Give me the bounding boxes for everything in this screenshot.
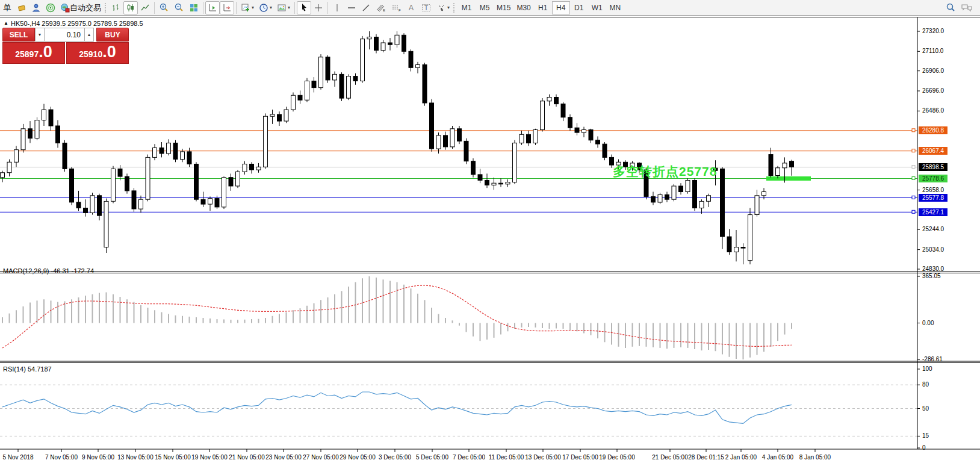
new-chart-button[interactable]: ▾	[238, 1, 256, 14]
new-order-label: 单	[4, 2, 11, 13]
volume-increase-button[interactable]: ▲	[84, 28, 94, 42]
channel-tool-button[interactable]: E	[373, 1, 389, 14]
sell-button[interactable]: SELL	[2, 28, 35, 42]
green-highlight-segment[interactable]	[766, 176, 811, 181]
rsi-axis-label: 15	[922, 432, 929, 439]
fibonacci-tool-button[interactable]: F	[389, 1, 405, 14]
hline-marker[interactable]	[912, 149, 915, 152]
chart-line-button[interactable]	[138, 1, 152, 14]
hline-tool-button[interactable]	[344, 1, 359, 14]
zoom-out-button[interactable]	[172, 1, 187, 14]
profile-icon-button[interactable]	[29, 1, 43, 14]
timeframe-D1[interactable]: D1	[570, 1, 588, 14]
chat-button[interactable]	[958, 1, 975, 14]
time-axis-label: 23 Nov 05:00	[265, 454, 302, 461]
chart-shift-button[interactable]	[220, 1, 234, 14]
price-axis-label: 25034.0	[922, 246, 944, 253]
macd-axis-label: 0.00	[922, 320, 934, 326]
chart-candles-button[interactable]	[123, 1, 138, 14]
price-axis-label: 26906.0	[922, 67, 944, 74]
chart-bars-button[interactable]	[109, 1, 123, 14]
dropdown-caret: ▾	[252, 5, 254, 10]
time-axis-label: 11 Dec 05:00	[489, 454, 524, 461]
equidistant-channel-icon: E	[376, 3, 386, 13]
time-axis-label: 5 Nov 2018	[2, 454, 33, 461]
macd-indicator-label: MACD(12,26,9) -46.31 -172.74	[3, 267, 94, 275]
buy-price-fraction: .0	[102, 43, 116, 61]
dropdown-caret: ▾	[447, 5, 450, 10]
time-axis-label: 13 Nov 05:00	[117, 454, 154, 461]
timeframe-M15[interactable]: M15	[494, 1, 513, 14]
search-icon	[946, 2, 956, 13]
candlestick-icon	[126, 3, 135, 13]
hline-marker[interactable]	[912, 177, 915, 180]
hline-marker[interactable]	[912, 129, 915, 132]
timeframe-MN[interactable]: MN	[606, 1, 624, 14]
autotrade-label: 自动交易	[70, 2, 101, 13]
time-axis-label: 7 Nov 05:00	[45, 454, 78, 461]
time-axis-label: 7 Dec 05:00	[453, 454, 485, 461]
macd-axis-label: -286.61	[922, 356, 943, 362]
templates-button[interactable]: ▾	[274, 1, 293, 14]
time-axis-label: 29 Nov 05:00	[340, 454, 376, 461]
crosshair-tool-button[interactable]	[311, 1, 326, 14]
trendline-tool-button[interactable]	[359, 1, 373, 14]
timeframe-M1[interactable]: M1	[457, 1, 476, 14]
volume-decrease-button[interactable]: ▼	[35, 28, 45, 42]
chart-window: ▲ HK50-,H4 25939.5 25975.0 25789.5 25898…	[0, 17, 980, 466]
volume-input[interactable]	[45, 28, 84, 42]
time-axis-label: 19 Nov 05:00	[191, 454, 228, 461]
auto-scroll-button[interactable]	[205, 1, 220, 14]
buy-button[interactable]: BUY	[96, 28, 129, 42]
ohlc-bars-icon	[111, 3, 121, 13]
rsi-indicator-label: RSI(14) 54.7187	[3, 365, 52, 373]
chart-canvas[interactable]	[0, 17, 980, 466]
hline-marker[interactable]	[912, 196, 915, 199]
one-click-trade-panel: SELL ▼ ▲ BUY 25897 .0 25910 .0	[2, 28, 129, 64]
time-axis-label: 4 Jan 05:00	[762, 454, 793, 461]
price-axis-label: 27110.0	[922, 48, 943, 54]
timeframe-M30[interactable]: M30	[513, 1, 533, 14]
price-axis-label: 25658.0	[922, 187, 944, 193]
rsi-axis-label: 50	[922, 405, 929, 412]
time-axis-label: 21 Nov 05:00	[229, 454, 265, 461]
hline-marker[interactable]	[912, 166, 915, 169]
periods-button[interactable]: ▾	[256, 1, 274, 14]
timeframe-W1[interactable]: W1	[588, 1, 606, 14]
hline-marker[interactable]	[912, 210, 915, 213]
zoom-in-button[interactable]	[157, 1, 172, 14]
broadcast-icon-button[interactable]	[43, 1, 58, 14]
label-tool-button[interactable]: T	[419, 1, 434, 14]
timeframe-H4[interactable]: H4	[552, 1, 570, 14]
cursor-tool-button[interactable]	[297, 1, 311, 14]
autotrade-button[interactable]: 自动交易	[58, 1, 104, 14]
time-axis-label: 19 Dec 05:00	[599, 454, 635, 461]
rsi-axis-label: 0	[922, 444, 926, 451]
timeframe-M5[interactable]: M5	[476, 1, 494, 14]
text-label-icon: T	[421, 3, 432, 13]
svg-text:F: F	[399, 8, 401, 12]
sell-price-fraction: .0	[39, 43, 52, 61]
timeframe-H1[interactable]: H1	[534, 1, 552, 14]
vertical-line-icon	[333, 3, 341, 13]
fibonacci-icon: F	[391, 3, 402, 13]
svg-text:T: T	[424, 5, 428, 11]
buy-price-display[interactable]: 25910 .0	[66, 42, 129, 64]
person-icon	[31, 3, 41, 13]
arrows-tool-button[interactable]: ▾	[434, 1, 452, 14]
sell-price-display[interactable]: 25897 .0	[2, 42, 65, 64]
chart-annotation-text[interactable]: 多空转折点25778	[613, 163, 717, 180]
toolbar-grip	[105, 3, 108, 13]
tile-windows-button[interactable]	[187, 1, 201, 14]
search-button[interactable]	[943, 1, 958, 14]
template-icon	[277, 3, 287, 13]
price-badge-25778.6: 25778.6	[919, 175, 947, 182]
market-watch-icon[interactable]	[14, 1, 29, 14]
vline-tool-button[interactable]	[330, 1, 344, 14]
gold-diamond-icon	[17, 3, 26, 13]
new-order-button[interactable]: 单	[0, 1, 14, 14]
arrows-icon	[436, 3, 446, 13]
text-tool-button[interactable]: A	[405, 1, 419, 14]
time-axis-label: 13 Dec 05:00	[525, 454, 561, 461]
price-badge-26067.4: 26067.4	[919, 147, 947, 155]
